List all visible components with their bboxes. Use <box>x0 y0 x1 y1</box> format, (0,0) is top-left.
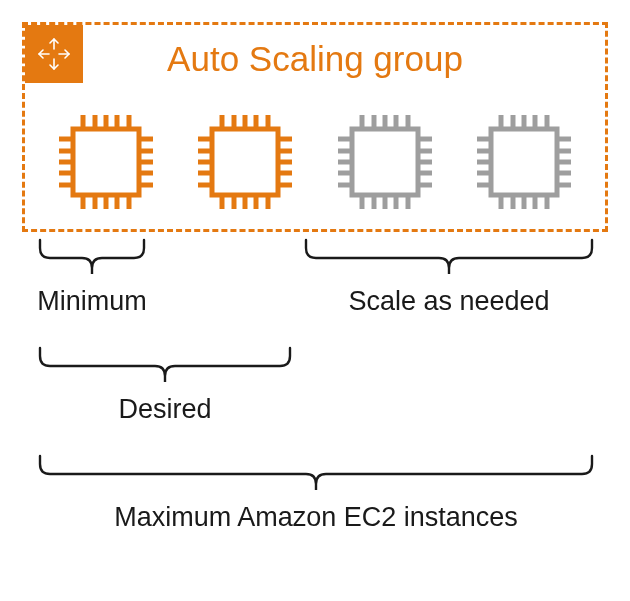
ec2-instance-icon <box>465 103 583 221</box>
curly-brace-icon <box>304 238 594 284</box>
ec2-instance-icon <box>326 103 444 221</box>
ec2-instance-icon <box>47 103 165 221</box>
asg-title: Auto Scaling group <box>25 39 605 79</box>
auto-scaling-group-box: Auto Scaling group <box>22 22 608 232</box>
curly-brace-icon <box>38 346 292 392</box>
svg-rect-25 <box>212 129 278 195</box>
instances-row <box>25 103 605 221</box>
svg-rect-4 <box>73 129 139 195</box>
brace-minimum: Minimum <box>38 238 146 317</box>
brace-scale: Scale as needed <box>304 238 594 317</box>
label-scale: Scale as needed <box>348 286 549 317</box>
svg-rect-67 <box>491 129 557 195</box>
svg-rect-46 <box>352 129 418 195</box>
brace-maximum: Maximum Amazon EC2 instances <box>38 454 594 533</box>
brace-desired: Desired <box>38 346 292 425</box>
curly-brace-icon <box>38 238 146 284</box>
ec2-instance-icon <box>186 103 304 221</box>
label-minimum: Minimum <box>37 286 147 317</box>
label-desired: Desired <box>118 394 211 425</box>
label-maximum: Maximum Amazon EC2 instances <box>114 502 518 533</box>
curly-brace-icon <box>38 454 594 500</box>
